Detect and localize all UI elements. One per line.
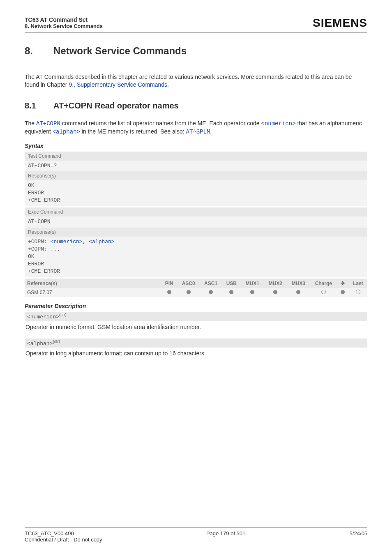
chapter-number: 8.: [25, 45, 53, 57]
col-last: Last: [349, 279, 367, 288]
param-alphan: <alphan>(str) Operator in long alphanume…: [25, 339, 367, 359]
test-response-body: OK ERROR +CME ERROR: [25, 180, 367, 206]
exec-command-code: AT+COPN: [25, 216, 367, 227]
dot-usb: [222, 288, 241, 297]
dot-asc1: [200, 288, 222, 297]
link-at-splm[interactable]: AT^SPLM: [186, 129, 210, 135]
intro-text-mid: ,: [74, 81, 77, 88]
intro-text-post: .: [167, 81, 169, 88]
chapter-intro: The AT Commands described in this chapte…: [25, 73, 367, 89]
link-supplementary-service[interactable]: Supplementary Service Commands: [77, 81, 167, 88]
doc-subtitle: 8. Network Service Commands: [25, 23, 103, 29]
footer-date: 5/24/05: [350, 530, 367, 543]
references-label: Reference(s): [25, 279, 161, 288]
param-numericn: <numericn>(str) Operator in numeric form…: [25, 312, 367, 332]
dot-filled-icon: [167, 290, 171, 294]
param-1-sup: (str): [53, 339, 60, 344]
dot-filled-icon: [209, 290, 213, 294]
footer-version: TC63_ATC_V00.490: [25, 530, 102, 537]
col-mux3: MUX3: [287, 279, 310, 288]
dot-filled-icon: [250, 290, 254, 294]
link-at-copn[interactable]: AT+COPN: [36, 120, 60, 127]
chapter-title: Network Service Commands: [53, 45, 187, 56]
dot-airplane: [337, 288, 348, 297]
exec-cme: +CME ERROR: [28, 268, 364, 275]
exec-ok: OK: [28, 253, 364, 260]
test-response-label: Response(s): [25, 171, 367, 180]
exec-l1-pre: +COPN:: [28, 239, 51, 245]
exec-error: ERROR: [28, 260, 364, 268]
dot-mux3: [287, 288, 310, 297]
param-0-sup: (str): [59, 313, 67, 317]
dot-filled-icon: [341, 290, 345, 294]
resp-error: ERROR: [28, 189, 364, 197]
resp-cme: +CME ERROR: [28, 197, 364, 204]
dot-filled-icon: [187, 290, 191, 294]
dot-mux1: [241, 288, 264, 297]
footer-page: Page 179 of 501: [206, 530, 245, 543]
col-mux1: MUX1: [241, 279, 264, 288]
param-alphan-desc: Operator in long alphanumeric format; ca…: [25, 348, 367, 359]
exec-command-table: Exec Command AT+COPN Response(s) +COPN: …: [25, 207, 367, 277]
test-command-label: Test Command: [25, 152, 367, 161]
dot-filled-icon: [273, 290, 277, 294]
test-command-table: Test Command AT+COPN=? Response(s) OK ER…: [25, 152, 367, 206]
exec-l1-sep: ,: [83, 239, 89, 245]
dot-mux2: [264, 288, 287, 297]
col-asc0: ASC0: [178, 279, 200, 288]
link-alphan[interactable]: <alphan>: [53, 129, 80, 135]
footer-confidential: Confidential / Draft - Do not copy: [25, 537, 102, 543]
airplane-icon: ✈: [341, 280, 345, 286]
param-numericn-desc: Operator in numeric format; GSM location…: [25, 321, 367, 333]
col-pin: PIN: [161, 279, 178, 288]
col-asc1: ASC1: [200, 279, 222, 288]
dot-charge: [310, 288, 337, 297]
dot-filled-icon: [229, 290, 233, 294]
section-intro: The AT+COPN command returns the list of …: [25, 120, 367, 136]
section-heading: 8.1AT+COPN Read operator names: [25, 101, 367, 111]
dot-empty-icon: [356, 290, 360, 294]
link-numericn[interactable]: <numericn>: [261, 120, 296, 127]
param-alphan-name: <alphan>(str): [25, 339, 367, 348]
chapter-heading: 8.Network Service Commands: [25, 45, 367, 57]
footer-left: TC63_ATC_V00.490 Confidential / Draft - …: [25, 530, 102, 543]
col-airplane: ✈: [337, 279, 348, 288]
link-numericn-2[interactable]: <numericn>: [51, 239, 83, 245]
dot-filled-icon: [296, 290, 300, 294]
dot-pin: [161, 288, 178, 297]
dot-last: [349, 288, 367, 297]
exec-response-label: Response(s): [25, 228, 367, 237]
param-desc-label: Parameter Description: [25, 303, 367, 309]
header-left: TC63 AT Command Set 8. Network Service C…: [25, 16, 103, 29]
col-charge: Charge: [310, 279, 337, 288]
param-numericn-name: <numericn>(str): [25, 312, 367, 321]
page-footer: TC63_ATC_V00.490 Confidential / Draft - …: [25, 527, 367, 543]
col-usb: USB: [222, 279, 241, 288]
resp-ok: OK: [28, 182, 364, 189]
section-title: AT+COPN Read operator names: [53, 101, 179, 110]
param-0-name: <numericn>: [27, 314, 59, 320]
doc-title: TC63 AT Command Set: [25, 16, 103, 23]
reference-value: GSM 07.07: [25, 288, 161, 297]
p1-t1: The: [25, 120, 36, 127]
footer-divider: [25, 527, 367, 528]
section-number: 8.1: [25, 101, 53, 111]
header-divider: [25, 32, 367, 33]
siemens-logo: SIEMENS: [313, 16, 367, 30]
exec-line1: +COPN: <numericn>, <alphan>: [28, 238, 364, 246]
dot-empty-icon: [321, 290, 326, 294]
col-mux2: MUX2: [264, 279, 287, 288]
exec-command-label: Exec Command: [25, 207, 367, 216]
p1-t5: .: [210, 128, 212, 135]
reference-table: Reference(s) PIN ASC0 ASC1 USB MUX1 MUX2…: [25, 279, 367, 297]
exec-response-body: +COPN: <numericn>, <alphan> +COPN: ... O…: [25, 237, 367, 277]
syntax-label: Syntax: [25, 143, 367, 149]
test-command-code: AT+COPN=?: [25, 161, 367, 171]
link-alphan-2[interactable]: <alphan>: [89, 239, 114, 245]
p1-t2: command returns the list of operator nam…: [60, 120, 261, 127]
exec-line2: +COPN: ...: [28, 246, 364, 253]
link-chapter-9[interactable]: 9.: [69, 81, 74, 88]
param-1-name: <alphan>: [27, 341, 53, 347]
p1-t4: in the ME memory is returned. See also:: [80, 128, 186, 135]
dot-asc0: [178, 288, 200, 297]
